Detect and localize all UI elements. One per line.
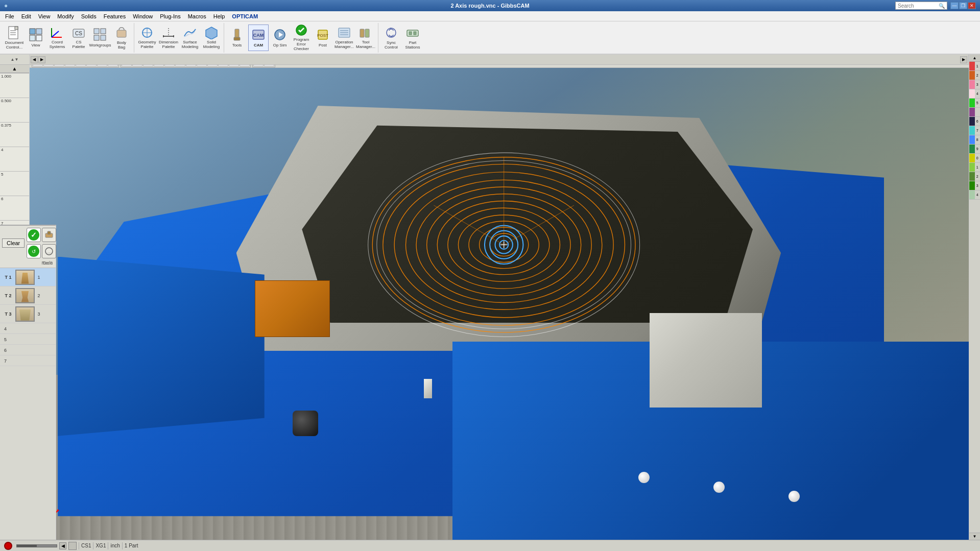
cam-label: CAM bbox=[254, 43, 263, 47]
color-tab-2a[interactable] bbox=[969, 71, 975, 80]
restore-button[interactable]: ❐ bbox=[959, 2, 967, 9]
tool-num-3: T 3 bbox=[1, 312, 15, 317]
color-tab-14a[interactable] bbox=[969, 181, 975, 190]
color-tab-9a[interactable] bbox=[969, 135, 975, 144]
menu-view[interactable]: View bbox=[35, 12, 54, 20]
right-scroll-up[interactable]: ▲ bbox=[969, 55, 980, 62]
part-stations-icon bbox=[405, 26, 420, 39]
color-tab-8a[interactable] bbox=[969, 126, 975, 135]
tools-button[interactable]: Tools bbox=[227, 25, 247, 51]
redo-button[interactable]: ↺ bbox=[27, 244, 41, 258]
clear-button[interactable]: Clear bbox=[2, 238, 25, 248]
coord-systems-icon bbox=[50, 26, 64, 39]
part-stations-button[interactable]: Part Stations bbox=[402, 25, 423, 51]
cam-button[interactable]: CAM CAM bbox=[248, 25, 269, 51]
svg-rect-46 bbox=[414, 32, 416, 35]
color-row-4: 4 bbox=[969, 89, 980, 99]
post-button[interactable]: POST Post bbox=[313, 25, 333, 51]
view-button[interactable]: View bbox=[26, 25, 46, 51]
row-num-7: 7 bbox=[0, 355, 56, 366]
misc2-button[interactable]: ... bbox=[42, 244, 56, 258]
svg-text:POST: POST bbox=[317, 33, 328, 38]
op-sim-button[interactable]: Op Sim bbox=[270, 25, 290, 51]
doit-button[interactable]: ✓ bbox=[27, 228, 41, 242]
frame-prev-button[interactable]: ◀ bbox=[59, 542, 66, 549]
menu-plugins[interactable]: Plug-Ins bbox=[157, 12, 183, 20]
tool-item-3[interactable]: T 3 3 bbox=[0, 305, 56, 323]
cs-palette-button[interactable]: CS CS Palette bbox=[68, 25, 89, 51]
color-tab-10a[interactable] bbox=[969, 145, 975, 153]
sync-control-button[interactable]: Sync Control bbox=[381, 25, 401, 51]
color-tab-12a[interactable] bbox=[969, 163, 975, 172]
color-tab-15a[interactable] bbox=[969, 190, 975, 199]
color-panel-spacer bbox=[969, 200, 980, 533]
cs-palette-label: CS Palette bbox=[70, 40, 87, 50]
tool-manager-button[interactable]: ToolManager... bbox=[355, 25, 376, 51]
menu-features[interactable]: Features bbox=[101, 12, 129, 20]
menu-window[interactable]: Window bbox=[130, 12, 156, 20]
color-tab-num-14: 3 bbox=[975, 181, 981, 190]
row-num-5: 5 bbox=[0, 334, 56, 345]
tools-label: Tools bbox=[232, 43, 242, 47]
action-buttons: ✓ ↺ ... bbox=[27, 228, 56, 258]
color-row-2: 2 bbox=[969, 71, 980, 80]
status-separator-4 bbox=[122, 542, 123, 549]
color-tab-11a[interactable] bbox=[969, 154, 975, 162]
surface-modeling-button[interactable]: SurfaceModeling bbox=[180, 25, 200, 51]
document-control-button[interactable]: DocumentControl... bbox=[4, 25, 25, 51]
color-row-3: 3 bbox=[969, 80, 980, 89]
3d-viewport[interactable] bbox=[30, 68, 969, 540]
tools-icon bbox=[230, 28, 244, 42]
color-tab-7a[interactable] bbox=[969, 117, 975, 126]
program-error-checker-button[interactable]: ProgramError Checker bbox=[291, 25, 312, 51]
tool-item-1[interactable]: T 1 1 bbox=[0, 268, 56, 286]
workgroups-button[interactable]: Workgroups bbox=[90, 25, 110, 51]
doit-icon: ✓ bbox=[28, 229, 39, 241]
coord-systems-label: CoordSystems bbox=[50, 40, 65, 50]
search-input[interactable] bbox=[898, 3, 939, 9]
body-bag-label: Body Bag bbox=[113, 40, 130, 50]
tool-row-2: 2 bbox=[35, 293, 43, 298]
color-row-10: 9 bbox=[969, 145, 980, 154]
menu-help[interactable]: Help bbox=[210, 12, 228, 20]
color-tab-13a[interactable] bbox=[969, 172, 975, 181]
color-tab-3a[interactable] bbox=[969, 80, 975, 89]
tool-item-2[interactable]: T 2 2 bbox=[0, 286, 56, 305]
close-button[interactable]: ✕ bbox=[968, 2, 976, 9]
color-tab-4a[interactable] bbox=[969, 89, 975, 98]
menu-file[interactable]: File bbox=[2, 12, 17, 20]
solid-modeling-button[interactable]: SolidModeling bbox=[201, 25, 222, 51]
menu-solids[interactable]: Solids bbox=[78, 12, 100, 20]
view-icon bbox=[29, 28, 43, 42]
right-scroll-down[interactable]: ▼ bbox=[969, 533, 980, 540]
menu-macros[interactable]: Macros bbox=[185, 12, 209, 20]
misc-button[interactable] bbox=[42, 228, 56, 242]
color-tab-num-15: 4 bbox=[975, 190, 981, 199]
coord-systems-button[interactable]: CoordSystems bbox=[47, 25, 67, 51]
color-row-8: 7 bbox=[969, 126, 980, 135]
menu-opticam[interactable]: OPTICAM bbox=[229, 12, 261, 20]
scroll-right-button[interactable]: ▶ bbox=[38, 56, 45, 63]
ruler-scroll-up[interactable]: ▲ bbox=[0, 65, 29, 73]
color-row-5: 5 bbox=[969, 99, 980, 108]
menu-edit[interactable]: Edit bbox=[18, 12, 34, 20]
geometry-palette-button[interactable]: GeometryPalette bbox=[137, 25, 157, 51]
body-bag-button[interactable]: Body Bag bbox=[111, 25, 132, 51]
toolbar-group-3: Tools CAM CAM Op Sim ProgramError Checke… bbox=[225, 23, 378, 53]
scroll-right2-button[interactable]: ▶ bbox=[960, 56, 967, 63]
ruler-mark-6: 6 bbox=[0, 196, 29, 201]
color-tab-1a[interactable] bbox=[969, 62, 975, 70]
svg-rect-16 bbox=[94, 35, 99, 40]
operation-manager-button[interactable]: OperationManager... bbox=[334, 25, 354, 51]
frame-delete-button[interactable] bbox=[68, 542, 77, 550]
titlebar: ● 2 Axis rough.vnc - GibbsCAM 🔍 — ❐ ✕ bbox=[0, 0, 980, 11]
scroll-left-button[interactable]: ◀ bbox=[31, 56, 38, 63]
minimize-button[interactable]: — bbox=[950, 2, 959, 9]
color-tab-6a[interactable] bbox=[969, 108, 975, 116]
color-tab-5a[interactable] bbox=[969, 99, 975, 107]
bolt-nut bbox=[293, 411, 318, 436]
dimension-palette-button[interactable]: DimensionPalette bbox=[158, 25, 179, 51]
color-row-13: 2 bbox=[969, 172, 980, 181]
main-viewport[interactable]: ⬜ ▣ ◫ ▪ ↺ ⊕ ● ▽ ◀ ▶ ◼ ⬜ ▪ ▫ ● ○ ◉ ⊕ ⊖ ▲ … bbox=[30, 55, 969, 540]
menu-modify[interactable]: Modify bbox=[54, 12, 77, 20]
